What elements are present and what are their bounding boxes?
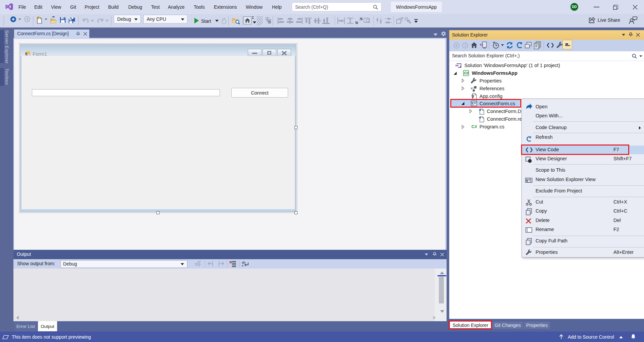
svg-text:c: c xyxy=(242,264,243,267)
svg-text:C#: C# xyxy=(464,71,468,75)
